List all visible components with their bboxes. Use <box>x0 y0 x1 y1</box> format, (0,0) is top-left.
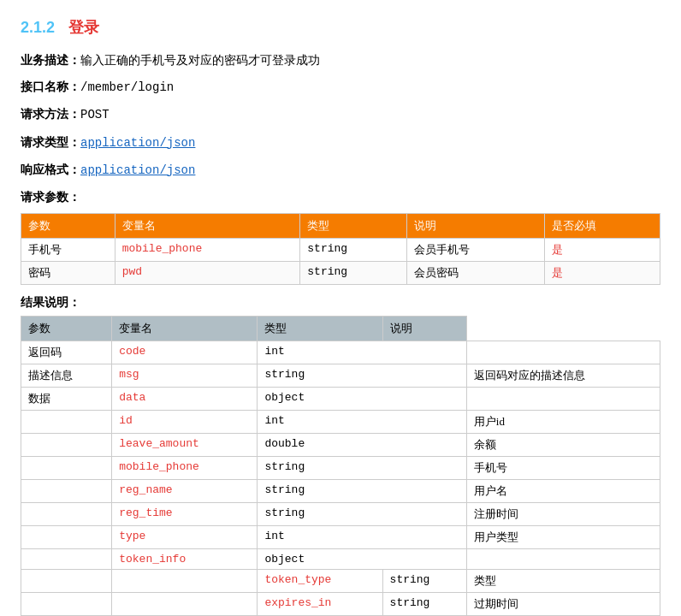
res-desc-cell: 手机号 <box>466 457 660 480</box>
business-desc: 业务描述：输入正确的手机号及对应的密码才可登录成功 <box>21 50 660 71</box>
res-varname-cell <box>112 593 258 616</box>
request-params-text: 请求参数： <box>21 191 80 204</box>
res-desc-cell <box>466 549 660 570</box>
th-param: 参数 <box>21 214 115 239</box>
res-param-cell <box>21 434 112 457</box>
res-varname-cell: mobile_phone <box>112 457 258 480</box>
business-desc-value: 输入正确的手机号及对应的密码才可登录成功 <box>80 54 320 67</box>
req-varname-cell: pwd <box>115 262 300 285</box>
business-desc-label: 业务描述： <box>21 54 80 67</box>
res-sub-type-cell: string <box>382 570 466 593</box>
section-header: 2.1.2 登录 <box>21 17 660 38</box>
request-table-row: 手机号 mobile_phone string 会员手机号 是 <box>21 239 660 262</box>
res-type-cell: string <box>258 457 466 480</box>
th-required: 是否必填 <box>544 214 660 239</box>
res-varname-cell: id <box>112 411 258 434</box>
res-param-cell <box>21 411 112 434</box>
res-param-cell: 返回码 <box>21 341 112 364</box>
req-param-cell: 密码 <box>21 262 115 285</box>
request-params-label: 请求参数： <box>21 187 660 208</box>
res-param-cell <box>21 480 112 503</box>
api-name-value: /member/login <box>80 80 174 94</box>
response-format-value: application/json <box>80 163 195 177</box>
request-type-label: 请求类型： <box>21 136 80 149</box>
result-table-row: idint用户id <box>21 411 660 434</box>
res-param-cell <box>21 570 112 593</box>
th-varname: 变量名 <box>115 214 300 239</box>
req-required-cell: 是 <box>544 262 660 285</box>
res-param-cell <box>21 503 112 526</box>
result-label: 结果说明： <box>21 295 660 311</box>
request-type-value: application/json <box>80 136 195 150</box>
res-type-cell: object <box>258 549 466 570</box>
req-type-cell: string <box>300 239 407 262</box>
res-varname-cell: data <box>112 388 258 411</box>
section-title: 登录 <box>68 17 99 38</box>
res-desc-cell: 用户id <box>466 411 660 434</box>
res-varname-cell <box>112 570 258 593</box>
result-table-row: reg_timestring注册时间 <box>21 503 660 526</box>
res-param-cell <box>21 526 112 549</box>
result-table-row: token_typestring类型 <box>21 570 660 593</box>
res-varname-cell: msg <box>112 364 258 388</box>
result-table-row: 数据dataobject <box>21 388 660 411</box>
res-varname-cell: reg_name <box>112 480 258 503</box>
res-type-cell: int <box>258 526 466 549</box>
req-varname-cell: mobile_phone <box>115 239 300 262</box>
request-table-row: 密码 pwd string 会员密码 是 <box>21 262 660 285</box>
res-param-cell: 数据 <box>21 388 112 411</box>
section-number: 2.1.2 <box>21 19 55 37</box>
res-varname-cell: type <box>112 526 258 549</box>
result-table-row: 描述信息msgstring返回码对应的描述信息 <box>21 364 660 388</box>
api-name: 接口名称：/member/login <box>21 76 660 98</box>
res-type-cell: string <box>258 503 466 526</box>
req-required-cell: 是 <box>544 239 660 262</box>
result-table-header-row: 参数 变量名 类型 说明 <box>21 317 660 341</box>
rth-type: 类型 <box>258 317 382 341</box>
res-desc-cell: 过期时间 <box>466 593 660 616</box>
request-method-label: 请求方法： <box>21 108 80 121</box>
result-table-row: leave_amountdouble余额 <box>21 434 660 457</box>
th-desc: 说明 <box>407 214 545 239</box>
req-type-cell: string <box>300 262 407 285</box>
result-table-row: expires_instring过期时间 <box>21 593 660 616</box>
req-param-cell: 手机号 <box>21 239 115 262</box>
rth-desc: 说明 <box>382 317 466 341</box>
res-type-cell: object <box>258 388 466 411</box>
res-sub-type-cell: string <box>382 593 466 616</box>
request-method: 请求方法：POST <box>21 104 660 126</box>
res-type-cell: int <box>258 411 466 434</box>
res-desc-cell: 余额 <box>466 434 660 457</box>
result-table-row: reg_namestring用户名 <box>21 480 660 503</box>
req-desc-cell: 会员密码 <box>407 262 545 285</box>
result-table-row: 返回码codeint <box>21 341 660 364</box>
response-format-label: 响应格式： <box>21 163 80 176</box>
res-param-cell <box>21 593 112 616</box>
res-varname-cell: leave_amount <box>112 434 258 457</box>
res-desc-cell <box>466 341 660 364</box>
request-params-table: 参数 变量名 类型 说明 是否必填 手机号 mobile_phone strin… <box>21 213 660 285</box>
res-type-cell: string <box>258 364 466 388</box>
res-type-cell: int <box>258 341 466 364</box>
res-desc-cell: 类型 <box>466 570 660 593</box>
res-type-cell: string <box>258 480 466 503</box>
api-name-label: 接口名称： <box>21 80 80 93</box>
res-desc-cell <box>466 388 660 411</box>
request-table-header-row: 参数 变量名 类型 说明 是否必填 <box>21 214 660 239</box>
result-table-row: typeint用户类型 <box>21 526 660 549</box>
request-type: 请求类型：application/json <box>21 132 660 154</box>
rth-varname: 变量名 <box>112 317 258 341</box>
res-type-cell: double <box>258 434 466 457</box>
rth-param: 参数 <box>21 317 112 341</box>
res-param-cell: 描述信息 <box>21 364 112 388</box>
res-varname-cell: token_info <box>112 549 258 570</box>
res-desc-cell: 用户名 <box>466 480 660 503</box>
res-sub-varname-cell: token_type <box>258 570 382 593</box>
response-format: 响应格式：application/json <box>21 159 660 181</box>
result-table-row: token_infoobject <box>21 549 660 570</box>
res-desc-cell: 用户类型 <box>466 526 660 549</box>
result-table: 参数 变量名 类型 说明 返回码codeint描述信息msgstring返回码对… <box>21 316 660 616</box>
res-param-cell <box>21 457 112 480</box>
req-desc-cell: 会员手机号 <box>407 239 545 262</box>
res-desc-cell: 返回码对应的描述信息 <box>466 364 660 388</box>
